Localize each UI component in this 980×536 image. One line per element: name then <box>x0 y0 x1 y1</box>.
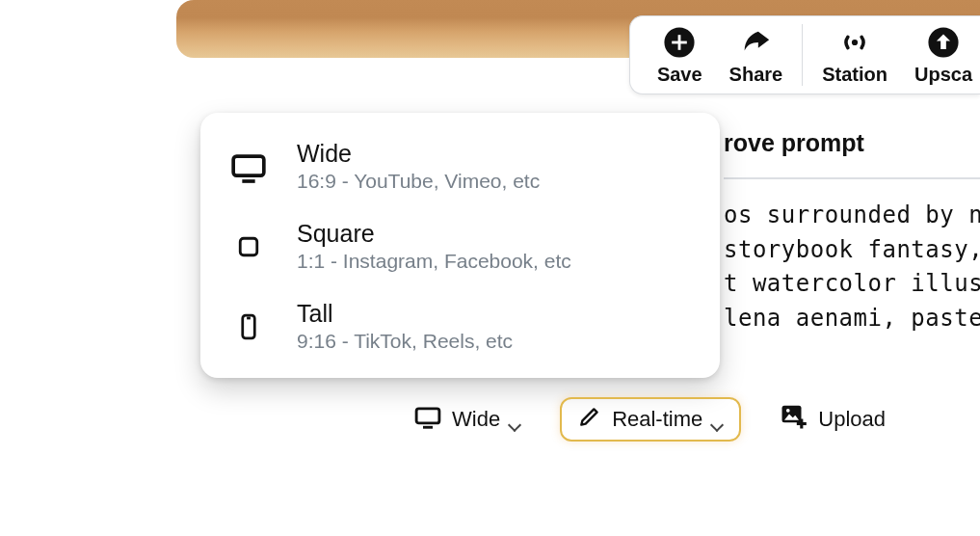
aspect-ratio-dropdown: Wide 16:9 - YouTube, Vimeo, etc Square 1… <box>200 113 720 378</box>
improve-prompt-heading-partial: rove prompt <box>724 129 864 157</box>
svg-rect-5 <box>233 156 264 175</box>
aspect-option-title: Square <box>297 220 571 248</box>
station-broadcast-icon <box>837 25 872 60</box>
aspect-option-tall[interactable]: Tall 9:16 - TikTok, Reels, etc <box>218 286 702 366</box>
aspect-option-desc: 16:9 - YouTube, Vimeo, etc <box>297 170 540 193</box>
monitor-wide-icon <box>413 402 442 437</box>
plus-circle-icon <box>662 25 697 60</box>
square-icon <box>227 226 270 268</box>
upscale-button[interactable]: Upsca <box>901 23 976 88</box>
aspect-selector-label: Wide <box>452 407 500 432</box>
phone-tall-icon <box>227 306 270 348</box>
prompt-textarea-partial[interactable]: os surrounded by nel storybook fantasy, … <box>724 177 980 355</box>
aspect-option-wide[interactable]: Wide 16:9 - YouTube, Vimeo, etc <box>218 126 702 206</box>
upload-button[interactable]: Upload <box>764 397 901 442</box>
upscale-up-arrow-icon <box>926 25 961 60</box>
share-arrow-icon <box>738 25 773 60</box>
mode-selector-label: Real-time <box>612 407 702 432</box>
station-label: Station <box>822 64 887 86</box>
aspect-option-desc: 9:16 - TikTok, Reels, etc <box>297 330 513 353</box>
chevron-down-icon <box>712 414 724 425</box>
mode-selector-realtime[interactable]: Real-time <box>560 397 741 442</box>
svg-rect-2 <box>672 40 687 43</box>
svg-rect-7 <box>240 238 257 255</box>
upscale-label: Upsca <box>914 64 972 86</box>
toolbar-divider <box>802 24 803 86</box>
svg-point-3 <box>852 39 858 44</box>
image-add-icon <box>780 402 808 437</box>
monitor-wide-icon <box>227 146 270 188</box>
aspect-ratio-selector[interactable]: Wide <box>398 397 537 442</box>
pencil-icon <box>577 404 602 435</box>
svg-point-14 <box>786 409 790 413</box>
svg-rect-16 <box>797 422 807 425</box>
share-label: Share <box>729 64 783 86</box>
chevron-down-icon <box>510 414 521 425</box>
upload-label: Upload <box>818 407 886 432</box>
aspect-option-title: Tall <box>297 300 513 328</box>
save-label: Save <box>657 64 702 86</box>
save-button[interactable]: Save <box>644 23 716 88</box>
station-button[interactable]: Station <box>808 23 901 88</box>
svg-rect-10 <box>416 409 439 423</box>
aspect-option-title: Wide <box>297 140 540 168</box>
bottom-controls-row: Wide Real-time Upload <box>398 397 901 442</box>
aspect-option-desc: 1:1 - Instagram, Facebook, etc <box>297 250 571 273</box>
share-button[interactable]: Share <box>716 23 797 88</box>
aspect-option-square[interactable]: Square 1:1 - Instagram, Facebook, etc <box>218 206 702 286</box>
image-action-toolbar: Save Share Station Upsca <box>629 15 980 94</box>
